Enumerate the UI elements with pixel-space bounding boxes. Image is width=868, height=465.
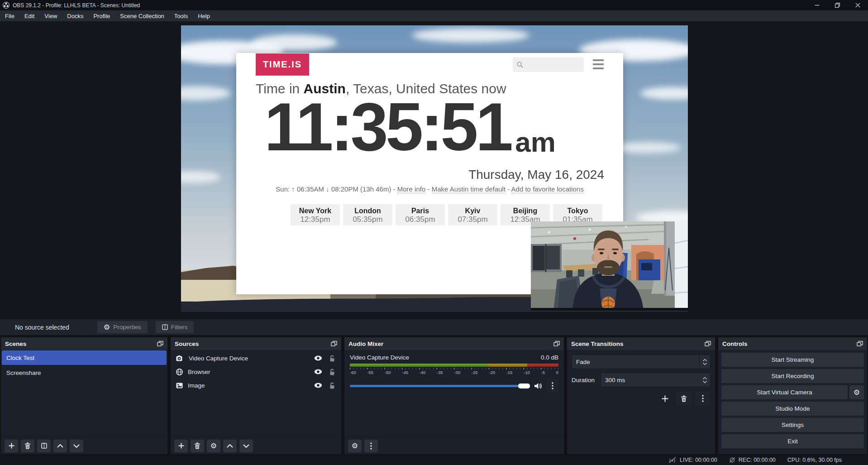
live-status: LIVE: 00:00:00 [668,457,717,463]
start-virtual-camera-button[interactable]: Start Virtual Camera [721,385,848,399]
remove-source-button[interactable] [191,440,204,452]
chevron-down-icon [703,363,707,365]
scenes-header[interactable]: Scenes [1,337,167,350]
transitions-body: Fade Duration 300 ms [567,350,715,454]
menu-scene-collection[interactable]: Scene Collection [115,10,169,21]
tick-label: -10 [524,370,530,375]
gear-icon: ⚙ [854,389,860,396]
city-time: 05:35pm [343,215,392,224]
mixer-channel-menu-button[interactable] [547,379,558,393]
close-button[interactable] [848,0,868,10]
properties-button[interactable]: ⚙ Properties [97,321,148,333]
unlock-icon[interactable] [329,355,335,362]
controls-header[interactable]: Controls [718,337,867,350]
settings-button[interactable]: Settings [721,418,864,432]
add-transition-button[interactable] [657,392,672,405]
minimize-button[interactable] [807,0,827,10]
unlock-icon[interactable] [329,369,335,375]
studio-mode-button[interactable]: Studio Mode [721,402,864,416]
rec-status: REC: 00:00:00 [729,457,776,463]
properties-label: Properties [113,324,141,331]
move-source-up-button[interactable] [223,440,237,452]
start-streaming-button[interactable]: Start Streaming [721,353,864,367]
scene-filters-button[interactable] [37,440,51,452]
restore-button[interactable] [827,0,848,10]
source-row-image[interactable]: Image [171,379,341,392]
speaker-icon[interactable] [534,383,543,389]
obs-window: OBS 29.1.2 - Profile: LLHLS BETA - Scene… [0,0,868,465]
transitions-header[interactable]: Scene Transitions [567,337,715,350]
transition-select[interactable]: Fade [572,355,711,369]
exit-button[interactable]: Exit [721,434,864,448]
scene-item-screenshare[interactable]: Screenshare [2,365,167,380]
city-name: Paris [396,207,445,215]
popout-icon[interactable] [331,341,337,346]
menu-file[interactable]: File [0,10,19,21]
tick-label: -50 [385,370,391,375]
audio-mixer-dock: Audio Mixer Video Capture Device 0.0 dB … [344,337,564,454]
menu-docks[interactable]: Docks [62,10,88,21]
unlock-icon[interactable] [329,382,335,389]
visibility-eye-icon[interactable] [314,369,322,374]
city-card-new-york: New York12:35pm [291,204,340,225]
virtual-camera-settings-button[interactable]: ⚙ [849,385,864,399]
scene-item-clock-test[interactable]: Clock Test [2,350,167,365]
add-favorite-link: Add to favorite locations [511,185,584,193]
menu-bar: File Edit View Docks Profile Scene Colle… [0,10,868,21]
menu-help[interactable]: Help [193,10,215,21]
status-bar: LIVE: 00:00:00 REC: 00:00:00 CPU: 0.6%, … [0,455,868,465]
spinner-chevrons[interactable] [699,373,710,387]
select-chevrons [699,355,710,369]
popout-icon[interactable] [157,341,163,346]
duration-spinner[interactable]: 300 ms [601,373,711,387]
popout-icon[interactable] [705,341,711,346]
move-scene-down-button[interactable] [70,440,83,452]
source-row-video-capture[interactable]: Video Capture Device [171,351,341,365]
source-properties-button[interactable]: ⚙ [207,440,220,452]
sources-dock: Sources Video Capture Device Browser [171,337,341,454]
visibility-eye-icon[interactable] [314,383,322,388]
mixer-level-db: 0.0 dB [541,354,558,361]
remove-scene-button[interactable] [21,440,34,452]
volume-slider[interactable] [350,385,530,387]
controls-title: Controls [722,340,748,347]
popout-icon[interactable] [553,341,560,346]
source-label: Image [188,382,309,389]
source-label: Browser [188,369,309,375]
search-icon [516,61,524,68]
add-source-button[interactable] [174,440,188,452]
advanced-audio-properties-button[interactable]: ⚙ [348,440,362,452]
image-icon [176,383,183,388]
sources-header[interactable]: Sources [171,337,341,350]
remove-transition-button[interactable] [676,392,692,405]
source-row-browser[interactable]: Browser [171,365,341,379]
audio-mixer-header[interactable]: Audio Mixer [344,337,564,350]
gear-icon: ⚙ [104,324,110,331]
transitions-title: Scene Transitions [571,340,624,347]
move-source-down-button[interactable] [239,440,253,452]
clock-time: 11:35:51 [264,93,510,161]
record-inactive-icon [729,457,735,463]
gear-sliders-icon: ⚙ [352,442,358,450]
tick-label: 0 [556,370,558,375]
chevron-down-icon [703,381,707,383]
title-bar: OBS 29.1.2 - Profile: LLHLS BETA - Scene… [0,0,868,10]
tick-label: -30 [454,370,460,375]
menu-view[interactable]: View [39,10,62,21]
menu-edit[interactable]: Edit [19,10,39,21]
transition-properties-button[interactable] [695,392,711,405]
menu-tools[interactable]: Tools [169,10,193,21]
start-recording-button[interactable]: Start Recording [721,369,864,383]
preview-canvas[interactable]: TIME.IS Time in Austin, Texas, United St… [181,25,688,312]
add-scene-button[interactable] [5,440,18,452]
city-card-paris: Paris06:35pm [396,204,445,225]
tick-label: -25 [472,370,478,375]
filters-button[interactable]: Filters [156,321,194,333]
controls-body: Start Streaming Start Recording Start Vi… [718,350,867,454]
menu-profile[interactable]: Profile [88,10,115,21]
volume-slider-handle[interactable] [518,384,530,388]
mixer-menu-button[interactable] [364,440,378,452]
visibility-eye-icon[interactable] [314,355,322,361]
move-scene-up-button[interactable] [53,440,67,452]
popout-icon[interactable] [857,341,863,346]
